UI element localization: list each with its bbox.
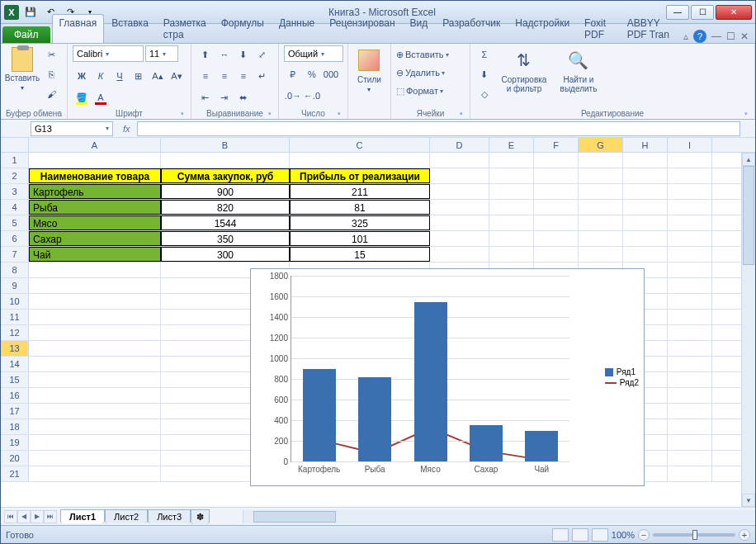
- cell[interactable]: [668, 184, 712, 199]
- cell[interactable]: [668, 388, 712, 403]
- ribbon-tab[interactable]: Данные: [272, 14, 322, 43]
- font-size-combo[interactable]: 11▾: [145, 45, 178, 62]
- orientation-icon[interactable]: ⤢: [253, 45, 272, 64]
- align-right-icon[interactable]: ≡: [234, 67, 253, 85]
- cell[interactable]: 300: [161, 247, 290, 262]
- zoom-out-button[interactable]: −: [638, 529, 650, 541]
- cell[interactable]: [668, 153, 712, 168]
- horizontal-scrollbar[interactable]: [243, 510, 755, 523]
- cell[interactable]: [29, 388, 161, 403]
- underline-button[interactable]: Ч: [111, 67, 129, 85]
- ribbon-tab[interactable]: ABBYY PDF Tran: [620, 14, 683, 43]
- column-header[interactable]: H: [623, 138, 668, 152]
- column-header[interactable]: B: [161, 138, 290, 152]
- cell[interactable]: [668, 231, 712, 246]
- cell[interactable]: 900: [161, 184, 290, 199]
- merge-cells-icon[interactable]: ⬌: [234, 88, 253, 106]
- column-header[interactable]: F: [534, 138, 579, 152]
- font-name-combo[interactable]: Calibri▾: [73, 45, 144, 62]
- cell[interactable]: [668, 247, 712, 262]
- cell[interactable]: [489, 215, 534, 230]
- cell[interactable]: [668, 215, 712, 230]
- cell[interactable]: 211: [290, 184, 430, 199]
- row-header[interactable]: 21: [1, 466, 29, 481]
- indent-increase-icon[interactable]: ⇥: [215, 88, 234, 106]
- file-tab[interactable]: Файл: [2, 26, 50, 43]
- grow-font-icon[interactable]: A▴: [149, 67, 167, 85]
- sheet-tab[interactable]: Лист1: [60, 509, 105, 523]
- column-header[interactable]: I: [668, 138, 712, 152]
- cell[interactable]: [579, 231, 623, 246]
- ribbon-tab[interactable]: Foxit PDF: [577, 14, 620, 43]
- decimal-dec-icon[interactable]: ←.0: [303, 87, 321, 105]
- doc-restore-icon[interactable]: ☐: [726, 31, 735, 42]
- row-header[interactable]: 19: [1, 435, 29, 450]
- autosum-icon[interactable]: Σ: [475, 45, 494, 64]
- cell[interactable]: [29, 435, 161, 450]
- currency-icon[interactable]: ₽: [284, 65, 302, 83]
- cell[interactable]: [579, 200, 623, 215]
- column-header[interactable]: G: [579, 138, 623, 152]
- cell[interactable]: [623, 200, 668, 215]
- cell[interactable]: [623, 168, 668, 183]
- bold-button[interactable]: Ж: [73, 67, 91, 85]
- cell[interactable]: [668, 278, 712, 293]
- paste-button[interactable]: Вставить ▾: [6, 45, 39, 93]
- new-sheet-button[interactable]: ✽: [191, 509, 210, 524]
- page-break-view-icon[interactable]: [592, 528, 608, 542]
- format-painter-icon[interactable]: 🖌: [42, 85, 60, 103]
- find-select-button[interactable]: 🔍 Найти и выделить: [555, 45, 602, 95]
- sheet-nav-last-icon[interactable]: ⏭: [44, 510, 57, 523]
- cell[interactable]: Картофель: [29, 184, 161, 199]
- fill-color-icon[interactable]: 🪣: [73, 88, 91, 106]
- select-all-corner[interactable]: [1, 138, 29, 152]
- styles-button[interactable]: Стили ▾: [353, 45, 385, 95]
- row-header[interactable]: 7: [1, 247, 29, 262]
- cell[interactable]: [668, 451, 712, 466]
- ribbon-tab[interactable]: Формулы: [214, 14, 272, 43]
- cell[interactable]: Наименование товара: [29, 168, 161, 183]
- cell[interactable]: 325: [290, 215, 430, 230]
- cell[interactable]: [668, 357, 712, 371]
- row-header[interactable]: 2: [1, 168, 29, 183]
- cell[interactable]: [534, 231, 579, 246]
- indent-decrease-icon[interactable]: ⇤: [196, 88, 215, 106]
- cell[interactable]: [430, 153, 489, 168]
- row-header[interactable]: 13: [1, 341, 29, 356]
- vertical-scrollbar[interactable]: ▲ ▼: [741, 153, 755, 507]
- cell[interactable]: [29, 341, 161, 356]
- cell[interactable]: [29, 294, 161, 309]
- row-header[interactable]: 9: [1, 278, 29, 293]
- ribbon-tab[interactable]: Главная: [52, 14, 105, 43]
- cell[interactable]: [668, 466, 712, 481]
- cell[interactable]: [623, 215, 668, 230]
- cell[interactable]: [579, 153, 623, 168]
- sheet-tab[interactable]: Лист3: [148, 509, 191, 523]
- formula-input[interactable]: [137, 121, 740, 136]
- number-format-combo[interactable]: Общий▾: [284, 45, 343, 62]
- cell[interactable]: [29, 419, 161, 434]
- cell[interactable]: [623, 153, 668, 168]
- zoom-slider-thumb[interactable]: [692, 530, 697, 540]
- ribbon-tab[interactable]: Рецензирован: [322, 14, 402, 43]
- cell[interactable]: Рыба: [29, 200, 161, 215]
- cell[interactable]: [29, 153, 161, 168]
- cell[interactable]: [534, 200, 579, 215]
- spreadsheet-grid[interactable]: ABCDEFGHI 12Наименование товараСумма зак…: [1, 138, 755, 507]
- insert-cells-button[interactable]: ⊕Вставить▾: [396, 45, 449, 64]
- cell[interactable]: [579, 168, 623, 183]
- ribbon-tab[interactable]: Разработчик: [435, 14, 508, 43]
- sort-filter-button[interactable]: ⇅ Сортировка и фильтр: [497, 45, 551, 95]
- row-header[interactable]: 4: [1, 200, 29, 215]
- clear-icon[interactable]: ◇: [475, 85, 494, 103]
- cell[interactable]: [668, 341, 712, 356]
- cell[interactable]: [489, 231, 534, 246]
- cell[interactable]: [623, 247, 668, 262]
- cell[interactable]: [534, 168, 579, 183]
- cell[interactable]: [668, 372, 712, 387]
- cell[interactable]: [29, 278, 161, 293]
- row-header[interactable]: 12: [1, 325, 29, 340]
- cell[interactable]: [668, 419, 712, 434]
- doc-close-icon[interactable]: ✕: [740, 31, 749, 42]
- cell[interactable]: 820: [161, 200, 290, 215]
